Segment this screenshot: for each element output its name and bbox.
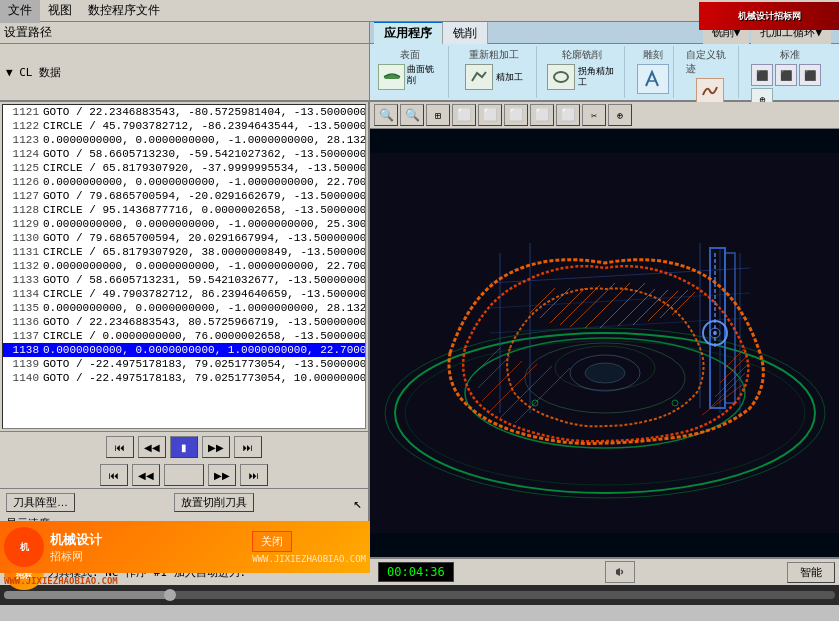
code-line-1130: 1130GOTO / 79.6865700594, 20.0291667994,… bbox=[3, 231, 365, 245]
code-line-1129: 11290.0000000000, 0.0000000000, -1.00000… bbox=[3, 217, 365, 231]
ribbon-custom-label: 自定义轨迹 bbox=[686, 46, 734, 78]
code-line-1139: 1139GOTO / -22.4975178183, 79.0251773054… bbox=[3, 357, 365, 371]
code-line-1133: 1133GOTO / 58.6605713231, 59.5421032677,… bbox=[3, 273, 365, 287]
ribbon-custom-btn[interactable] bbox=[696, 78, 724, 104]
timer-display: 00:04:36 bbox=[378, 562, 454, 582]
sound-btn[interactable] bbox=[605, 561, 635, 583]
ribbon-surface-btn[interactable] bbox=[378, 64, 405, 90]
playback-row2: ⏮ ◀◀ ▶▶ ⏭ bbox=[0, 462, 368, 488]
code-display: 1121GOTO / 22.2346883543, -80.5725981404… bbox=[2, 104, 366, 429]
cl-data-label: ▼ CL 数据 bbox=[6, 65, 61, 80]
tab-milling[interactable]: 应用程序 bbox=[374, 21, 443, 44]
btn-rewind2[interactable]: ⏮ bbox=[100, 464, 128, 486]
btn-prev[interactable]: ◀◀ bbox=[138, 436, 166, 458]
ribbon-surface-text: 曲面铣削 bbox=[407, 64, 442, 90]
code-line-1140: 1140GOTO / -22.4975178183, 79.0251773054… bbox=[3, 371, 365, 385]
place-tool-btn[interactable]: 放置切削刀具 bbox=[174, 493, 254, 512]
brand-right: 机械设计招标网 bbox=[699, 2, 839, 30]
ribbon-contour-btn[interactable] bbox=[547, 64, 575, 90]
view-btn3[interactable]: ⬜ bbox=[504, 104, 528, 126]
code-line-1132: 11320.0000000000, 0.0000000000, -1.00000… bbox=[3, 259, 365, 273]
ad-subtitle: 招标网 bbox=[50, 549, 252, 564]
code-line-1137: 1137CIRCLE / 0.0000000000, 76.0000002658… bbox=[3, 329, 365, 343]
btn-rewind[interactable]: ⏮ bbox=[106, 436, 134, 458]
timeline-track[interactable] bbox=[4, 591, 835, 599]
btn-pause[interactable]: ▮ bbox=[170, 436, 198, 458]
cursor-icon[interactable]: ↖ bbox=[354, 495, 362, 511]
brand-text: 机械设计招标网 bbox=[738, 10, 801, 23]
ribbon-contour-label: 轮廓铣削 bbox=[562, 46, 602, 64]
ad-banner: 机 机械设计 招标网 关闭 WWW.JIXIEZHAOBIAO.COM bbox=[0, 521, 370, 573]
view-btn5[interactable]: ⬜ bbox=[556, 104, 580, 126]
3d-viewport[interactable] bbox=[370, 129, 839, 557]
svg-point-48 bbox=[585, 363, 625, 383]
menu-nc[interactable]: 数控程序文件 bbox=[80, 0, 168, 23]
code-line-1127: 1127GOTO / 79.6865700594, -20.0291662679… bbox=[3, 189, 365, 203]
code-line-1136: 1136GOTO / 22.2346883543, 80.5725966719,… bbox=[3, 315, 365, 329]
zoom-out-btn[interactable]: 🔍 bbox=[400, 104, 424, 126]
code-line-1124: 1124GOTO / 58.6605713230, -59.5421027362… bbox=[3, 147, 365, 161]
view-btn6[interactable]: ✂ bbox=[582, 104, 606, 126]
code-line-1135: 11350.0000000000, 0.0000000000, -1.00000… bbox=[3, 301, 365, 315]
ribbon-rough-label: 重新粗加工 bbox=[469, 46, 519, 64]
tab-milling2[interactable]: 铣削 bbox=[443, 21, 488, 44]
code-line-1122: 1122CIRCLE / 45.7903782712, -86.23946435… bbox=[3, 119, 365, 133]
ad-title: 机械设计 bbox=[50, 531, 252, 549]
ribbon-rough-btn[interactable] bbox=[465, 64, 493, 90]
btn-next[interactable]: ▶▶ bbox=[202, 436, 230, 458]
ribbon-std-btn1[interactable]: ⬛ bbox=[751, 64, 773, 86]
btn-spacer bbox=[164, 464, 204, 486]
code-line-1134: 1134CIRCLE / 49.7903782712, 86.239464065… bbox=[3, 287, 365, 301]
ribbon-carve-btn[interactable] bbox=[637, 64, 669, 94]
code-line-1128: 1128CIRCLE / 95.1436877716, 0.0000002658… bbox=[3, 203, 365, 217]
ad-close-btn[interactable]: 关闭 bbox=[252, 531, 292, 552]
code-line-1121: 1121GOTO / 22.2346883543, -80.5725981404… bbox=[3, 105, 365, 119]
zoom-in-btn[interactable]: 🔍 bbox=[374, 104, 398, 126]
code-line-1125: 1125CIRCLE / 65.8179307920, -37.99999955… bbox=[3, 161, 365, 175]
ribbon-surface-label: 表面 bbox=[400, 46, 420, 64]
ribbon-std-label: 标准 bbox=[780, 46, 800, 64]
timeline-thumb[interactable] bbox=[164, 589, 176, 601]
svg-point-1 bbox=[554, 72, 568, 82]
timeline-progress bbox=[4, 591, 170, 599]
ribbon-std-btn3[interactable]: ⬛ bbox=[799, 64, 821, 86]
view-btn7[interactable]: ⊕ bbox=[608, 104, 632, 126]
btn-prev2[interactable]: ◀◀ bbox=[132, 464, 160, 486]
code-line-1123: 11230.0000000000, 0.0000000000, -1.00000… bbox=[3, 133, 365, 147]
ad-watermark-right: WWW.JIXIEZHAOBIAO.COM bbox=[252, 554, 366, 564]
smart-btn[interactable]: 智能 bbox=[787, 562, 835, 583]
ribbon-corner-text: 拐角精加工 bbox=[578, 66, 618, 88]
menu-view[interactable]: 视图 bbox=[40, 0, 80, 23]
btn-next2[interactable]: ▶▶ bbox=[208, 464, 236, 486]
view-btn2[interactable]: ⬜ bbox=[478, 104, 502, 126]
btn-forward[interactable]: ⏭ bbox=[234, 436, 262, 458]
ad-logo: 机 bbox=[4, 527, 44, 567]
ribbon-finish-text: 精加工 bbox=[496, 72, 523, 83]
path-label: 设置路径 bbox=[0, 22, 370, 43]
ribbon-carve-label: 雕刻 bbox=[643, 46, 663, 64]
code-line-1126: 11260.0000000000, 0.0000000000, -1.00000… bbox=[3, 175, 365, 189]
menu-file[interactable]: 文件 bbox=[0, 0, 40, 23]
view-btn1[interactable]: ⬜ bbox=[452, 104, 476, 126]
tool-array-btn[interactable]: 刀具阵型… bbox=[6, 493, 75, 512]
playback-row1: ⏮ ◀◀ ▮ ▶▶ ⏭ bbox=[0, 431, 368, 462]
zoom-fit-btn[interactable]: ⊞ bbox=[426, 104, 450, 126]
view-btn4[interactable]: ⬜ bbox=[530, 104, 554, 126]
ribbon-std-btn2[interactable]: ⬛ bbox=[775, 64, 797, 86]
watermark-bottom: WWW.JIXIEZHAOBIAO.COM bbox=[4, 576, 118, 586]
code-line-1131: 1131CIRCLE / 65.8179307920, 38.000000084… bbox=[3, 245, 365, 259]
code-line-1138: 11380.0000000000, 0.0000000000, 1.000000… bbox=[3, 343, 365, 357]
btn-forward2[interactable]: ⏭ bbox=[240, 464, 268, 486]
view-toolbar: 🔍 🔍 ⊞ ⬜ ⬜ ⬜ ⬜ ⬜ ✂ ⊕ bbox=[370, 102, 839, 129]
